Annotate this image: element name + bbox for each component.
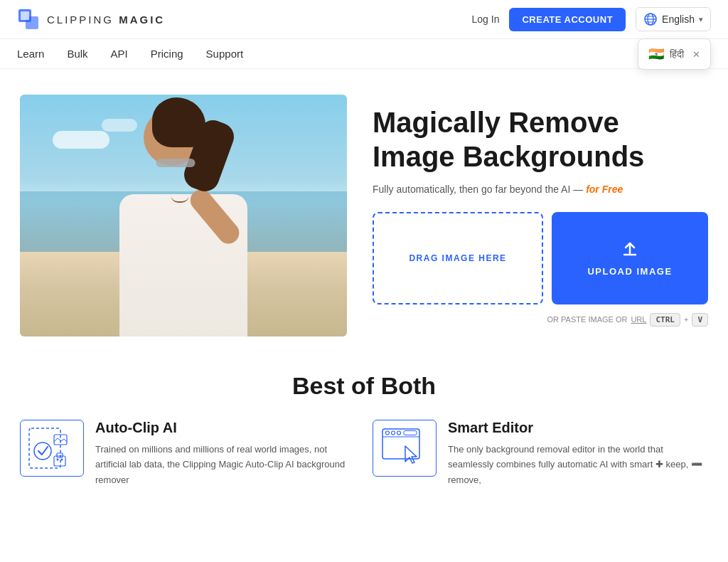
smart-editor-text: Smart Editor The only background removal…: [448, 420, 708, 487]
auto-clip-title: Auto-Clip AI: [95, 420, 355, 436]
smart-editor-icon: [373, 420, 437, 477]
language-label: English: [662, 14, 695, 25]
nav-item-bulk[interactable]: Bulk: [67, 48, 87, 60]
smart-editor-title: Smart Editor: [448, 420, 708, 436]
svg-point-10: [34, 442, 51, 460]
features-grid: Auto-Clip AI Trained on millions and mil…: [20, 420, 708, 487]
keyboard-ctrl: CTRL: [650, 313, 680, 327]
keyboard-v: V: [692, 313, 708, 327]
svg-point-18: [386, 431, 390, 435]
logo-light: CLIPPING: [47, 14, 119, 26]
paste-hint-text: OR PASTE IMAGE OR: [547, 315, 628, 324]
paste-hint: OR PASTE IMAGE OR URL CTRL + V: [373, 313, 708, 327]
header-right: Log In CREATE ACCOUNT English ▾: [472, 7, 711, 31]
nav-item-pricing[interactable]: Pricing: [151, 48, 183, 60]
auto-clip-text: Auto-Clip AI Trained on millions and mil…: [95, 420, 355, 487]
upload-image-button[interactable]: UPLOAD IMAGE: [552, 212, 708, 304]
drag-zone-label: DRAG IMAGE HERE: [409, 253, 506, 263]
language-selector[interactable]: English ▾: [636, 7, 711, 31]
drag-drop-zone[interactable]: DRAG IMAGE HERE: [373, 212, 543, 304]
main-nav: Learn Bulk API Pricing Support: [0, 39, 728, 69]
hero-image: [20, 95, 347, 336]
svg-point-20: [397, 431, 401, 435]
best-of-both-section: Best of Both: [0, 351, 728, 502]
feature-smart-editor: Smart Editor The only background removal…: [373, 420, 708, 487]
upload-arrow-icon: [620, 239, 640, 259]
svg-rect-12: [57, 453, 63, 457]
nav-item-learn[interactable]: Learn: [17, 48, 44, 60]
hero-subtitle: Fully automatically, then go far beyond …: [373, 184, 708, 195]
nav-item-api[interactable]: API: [111, 48, 128, 60]
upload-button-label: UPLOAD IMAGE: [587, 266, 672, 277]
url-link[interactable]: URL: [631, 315, 646, 324]
logo-bold: MAGIC: [119, 14, 165, 26]
language-dropdown: 🇮🇳 हिंदी ✕: [638, 38, 711, 70]
logo-icon: [17, 8, 40, 31]
logo-text: CLIPPING MAGIC: [47, 14, 165, 26]
hero-title: Magically Remove Image Backgrounds: [373, 105, 708, 174]
chevron-down-icon: ▾: [699, 15, 703, 24]
create-account-button[interactable]: CREATE ACCOUNT: [509, 8, 626, 31]
hero-subtitle-pre: Fully automatically, then go far beyond …: [373, 184, 586, 195]
svg-marker-22: [405, 446, 417, 463]
india-flag-icon: 🇮🇳: [648, 46, 664, 62]
hindi-language-label: हिंदी: [670, 48, 684, 60]
best-of-both-title: Best of Both: [20, 372, 708, 400]
svg-point-13: [57, 459, 59, 461]
hero-subtitle-highlight: for Free: [586, 184, 623, 195]
svg-point-14: [61, 459, 63, 461]
header: CLIPPING MAGIC Log In CREATE ACCOUNT Eng…: [0, 0, 728, 39]
auto-clip-description: Trained on millions and millions of real…: [95, 442, 355, 487]
login-link[interactable]: Log In: [472, 14, 500, 25]
upload-area: DRAG IMAGE HERE UPLOAD IMAGE: [373, 212, 708, 304]
hero-section: Magically Remove Image Backgrounds Fully…: [0, 69, 728, 351]
svg-rect-2: [21, 11, 29, 20]
smart-editor-description: The only background removal editor in th…: [448, 442, 708, 487]
hero-content: Magically Remove Image Backgrounds Fully…: [373, 105, 708, 327]
feature-auto-clip: Auto-Clip AI Trained on millions and mil…: [20, 420, 355, 487]
logo[interactable]: CLIPPING MAGIC: [17, 8, 165, 31]
close-dropdown-icon[interactable]: ✕: [692, 49, 700, 60]
globe-icon: [643, 12, 658, 26]
svg-point-19: [392, 431, 395, 435]
nav-item-support[interactable]: Support: [206, 48, 244, 60]
keyboard-plus: +: [684, 315, 688, 324]
auto-clip-icon: [20, 420, 84, 477]
svg-rect-21: [404, 431, 417, 435]
